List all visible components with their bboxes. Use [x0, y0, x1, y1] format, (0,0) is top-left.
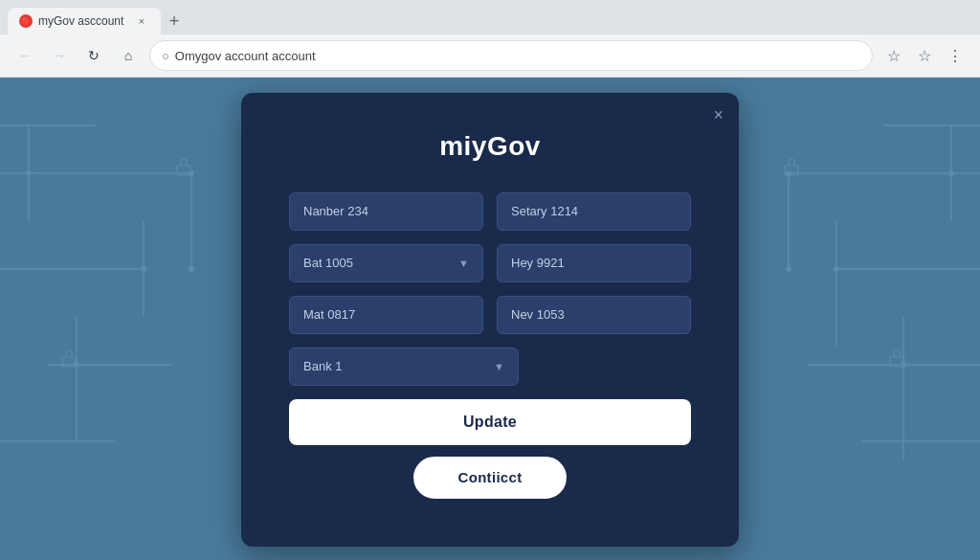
form-grid-row3	[289, 296, 691, 334]
svg-point-27	[786, 170, 791, 176]
bat-dropdown-arrow: ▼	[458, 258, 469, 269]
logo-my: miy	[439, 131, 487, 161]
profile-icon[interactable]: ☆	[911, 42, 938, 69]
back-button[interactable]: ←	[11, 42, 38, 69]
number-input[interactable]	[303, 204, 469, 218]
connect-button[interactable]: Contiicct	[413, 457, 567, 499]
bookmark-icon[interactable]: ☆	[880, 42, 907, 69]
svg-point-28	[786, 266, 791, 272]
svg-point-24	[141, 266, 146, 272]
logo-text: miyGov	[439, 131, 541, 161]
toolbar-right: ☆ ☆ ⋮	[880, 42, 969, 69]
address-text[interactable]: Omygov account account	[175, 49, 860, 63]
tab-title: myGov asccount	[38, 14, 128, 28]
svg-point-30	[901, 362, 906, 368]
svg-point-23	[189, 266, 194, 272]
browser-chrome: 🔴 myGov asccount × + ← → ↻ ⌂ ○ Omygov ac…	[0, 0, 980, 78]
svg-point-26	[26, 170, 32, 176]
svg-point-31	[948, 170, 954, 176]
forward-button[interactable]: →	[46, 42, 73, 69]
update-button[interactable]: Update	[289, 399, 691, 445]
more-options-icon[interactable]: ⋮	[942, 42, 969, 69]
mat-input[interactable]	[303, 307, 469, 322]
form-grid-row1	[289, 192, 691, 231]
tab-favicon: 🔴	[19, 14, 33, 28]
bat-select[interactable]: Bat 1005	[303, 256, 458, 270]
modal-logo: miyGov	[289, 131, 691, 162]
number-field[interactable]	[289, 192, 483, 231]
bank-dropdown-arrow: ▼	[494, 361, 504, 372]
form-grid-row2: Bat 1005 ▼	[289, 244, 691, 282]
bank-field[interactable]: Bank 1 Bank 2 Bank 3 ▼	[289, 347, 519, 386]
tab-bar: 🔴 myGov asccount × +	[0, 0, 980, 34]
hey-input[interactable]	[511, 256, 677, 270]
svg-point-29	[834, 266, 839, 272]
refresh-button[interactable]: ↻	[80, 42, 107, 69]
bat-field[interactable]: Bat 1005 ▼	[289, 244, 483, 282]
mat-field[interactable]	[289, 296, 483, 334]
salary-field[interactable]	[497, 192, 691, 231]
modal-close-button[interactable]: ×	[713, 106, 724, 123]
address-bar: ← → ↻ ⌂ ○ Omygov account account ☆ ☆ ⋮	[0, 34, 980, 77]
browser-tab[interactable]: 🔴 myGov asccount ×	[8, 8, 161, 34]
address-input-wrap: ○ Omygov account account	[149, 40, 873, 71]
new-tab-button[interactable]: +	[161, 8, 188, 34]
logo-gov: Gov	[487, 131, 541, 161]
tab-close-button[interactable]: ×	[134, 13, 149, 29]
hey-field[interactable]	[497, 244, 691, 282]
bank-row: Bank 1 Bank 2 Bank 3 ▼	[289, 347, 691, 386]
svg-point-22	[189, 170, 194, 176]
nev-field[interactable]	[497, 296, 691, 334]
address-icon: ○	[162, 49, 169, 63]
svg-point-25	[74, 362, 79, 368]
nev-input[interactable]	[511, 307, 677, 322]
home-button[interactable]: ⌂	[115, 42, 142, 69]
modal-dialog: × miyGov Bat 1005 ▼	[241, 93, 739, 547]
bank-select[interactable]: Bank 1 Bank 2 Bank 3	[303, 359, 494, 373]
salary-input[interactable]	[511, 204, 677, 218]
page-background: × miyGov Bat 1005 ▼	[0, 78, 980, 560]
